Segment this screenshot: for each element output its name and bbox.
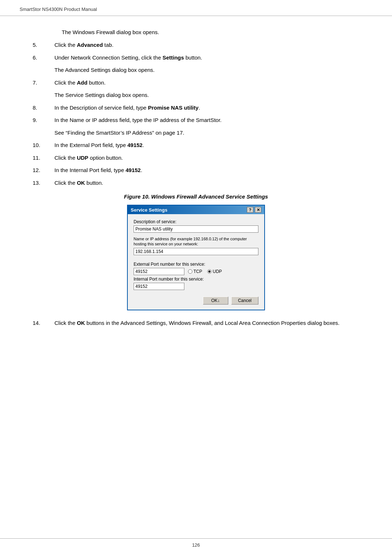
page-header: SmartStor NS4300N Product Manual [0, 0, 392, 16]
step-7-sub: The Service Settings dialog box opens. [54, 91, 359, 99]
step-12-bold: 49152 [126, 167, 141, 173]
step-13-content: Click the OK button. [54, 179, 359, 187]
step-11-bold: UDP [77, 155, 89, 161]
step-11-num: 11. [33, 154, 54, 162]
service-settings-dialog: Service Settings ? ✕ Description of serv… [127, 205, 265, 310]
step-8: 8. In the Description of service field, … [33, 104, 359, 112]
step-11: 11. Click the UDP option button. [33, 154, 359, 162]
page-number: 126 [192, 542, 200, 548]
step-12-content: In the Internal Port field, type 49152. [54, 166, 359, 175]
step-10-num: 10. [33, 141, 54, 150]
tcp-radio[interactable] [188, 269, 192, 274]
step-14-content: Click the OK buttons in the Advanced Set… [54, 319, 359, 327]
ok-button[interactable]: OK↓ [203, 297, 228, 305]
dialog-wrapper: Service Settings ? ✕ Description of serv… [33, 205, 359, 310]
step-6-bold: Settings [163, 54, 184, 61]
step-7-bold: Add [77, 79, 87, 86]
tcp-label: TCP [193, 269, 202, 274]
step-7-content: Click the Add button. [54, 79, 359, 87]
dialog-button-row: OK↓ Cancel [134, 293, 258, 306]
tcp-radio-label[interactable]: TCP [188, 269, 202, 274]
udp-radio[interactable] [207, 269, 212, 274]
step-9-sub: See “Finding the SmartStor’s IP Address”… [54, 129, 359, 137]
step-14: 14. Click the OK buttons in the Advanced… [33, 319, 359, 327]
steps-list: 5. Click the Advanced tab. 6. Under Netw… [33, 41, 359, 62]
udp-label: UDP [213, 269, 222, 274]
steps-list-3: 8. In the Description of service field, … [33, 104, 359, 125]
steps-list-4: 10. In the External Port field, type 491… [33, 141, 359, 187]
cancel-label: Cancel [238, 298, 252, 303]
figure-caption: Figure 10. Windows Firewall Advanced Ser… [33, 193, 359, 200]
ext-port-label: External Port number for this service: [134, 262, 258, 267]
ext-port-input[interactable] [134, 268, 184, 275]
step-12: 12. In the Internal Port field, type 491… [33, 166, 359, 175]
step-7-num: 7. [33, 79, 54, 87]
step-9-num: 9. [33, 116, 54, 125]
dialog-title: Service Settings [131, 207, 167, 213]
step-10-bold: 49152 [127, 142, 143, 148]
step-13-bold: OK [77, 180, 85, 186]
step-6-content: Under Network Connection Setting, click … [54, 54, 359, 62]
ext-port-row: TCP UDP [134, 268, 258, 275]
ok-label: OK [211, 298, 217, 303]
int-port-input[interactable] [134, 283, 184, 290]
step-8-bold: Promise NAS utility [148, 105, 199, 111]
step-8-content: In the Description of service field, typ… [54, 104, 359, 112]
ip-input[interactable] [134, 248, 258, 255]
protocol-radio-group: TCP UDP [188, 269, 222, 274]
step-9: 9. In the Name or IP address field, type… [33, 116, 359, 125]
step-14-bold: OK [77, 320, 85, 326]
step-6-num: 6. [33, 54, 54, 62]
step-10: 10. In the External Port field, type 491… [33, 141, 359, 150]
step-9-content: In the Name or IP address field, type th… [54, 116, 359, 125]
close-button[interactable]: ✕ [255, 207, 261, 213]
step-8-num: 8. [33, 104, 54, 112]
step-6-sub: The Advanced Settings dialog box opens. [54, 66, 359, 74]
udp-radio-label[interactable]: UDP [207, 269, 222, 274]
step-5-content: Click the Advanced tab. [54, 41, 359, 49]
dialog-titlebar: Service Settings ? ✕ [128, 205, 264, 214]
desc-input[interactable] [134, 225, 258, 233]
dialog-controls: ? ✕ [247, 207, 261, 213]
step-14-num: 14. [33, 319, 54, 327]
step-5-num: 5. [33, 41, 54, 49]
step-10-content: In the External Port field, type 49152. [54, 141, 359, 150]
step-13-num: 13. [33, 179, 54, 187]
help-button[interactable]: ? [247, 207, 253, 213]
page-footer: 126 [0, 538, 392, 548]
step-5: 5. Click the Advanced tab. [33, 41, 359, 49]
step-11-content: Click the UDP option button. [54, 154, 359, 162]
intro-line: The Windows Firewall dialog box opens. [62, 29, 359, 35]
int-port-label: Internal Port number for this service: [134, 277, 258, 282]
main-content: The Windows Firewall dialog box opens. 5… [0, 16, 392, 360]
step-6: 6. Under Network Connection Setting, cli… [33, 54, 359, 62]
desc-label: Description of service: [134, 219, 258, 224]
header-text: SmartStor NS4300N Product Manual [20, 7, 97, 12]
ip-label: Name or IP address (for example 192.168.… [134, 236, 258, 247]
step-13: 13. Click the OK button. [33, 179, 359, 187]
step-12-num: 12. [33, 166, 54, 175]
step-7: 7. Click the Add button. [33, 79, 359, 87]
step-5-bold: Advanced [77, 42, 103, 48]
dialog-body: Description of service: Name or IP addre… [128, 214, 264, 310]
steps-list-2: 7. Click the Add button. [33, 79, 359, 87]
cancel-button[interactable]: Cancel [231, 297, 258, 305]
steps-list-5: 14. Click the OK buttons in the Advanced… [33, 319, 359, 327]
